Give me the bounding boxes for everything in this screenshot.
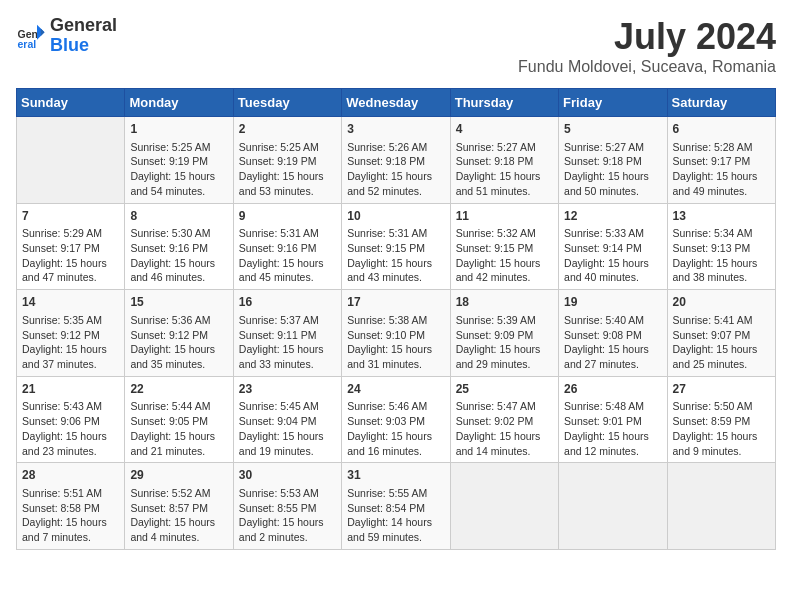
calendar-cell: 11Sunrise: 5:32 AM Sunset: 9:15 PM Dayli… — [450, 203, 558, 290]
day-info: Sunrise: 5:47 AM Sunset: 9:02 PM Dayligh… — [456, 399, 553, 458]
day-number: 29 — [130, 467, 227, 484]
day-number: 17 — [347, 294, 444, 311]
page-header: Gen eral General Blue July 2024 Fundu Mo… — [16, 16, 776, 76]
day-info: Sunrise: 5:31 AM Sunset: 9:15 PM Dayligh… — [347, 226, 444, 285]
calendar-week-row: 21Sunrise: 5:43 AM Sunset: 9:06 PM Dayli… — [17, 376, 776, 463]
day-info: Sunrise: 5:50 AM Sunset: 8:59 PM Dayligh… — [673, 399, 770, 458]
day-number: 9 — [239, 208, 336, 225]
calendar-cell: 9Sunrise: 5:31 AM Sunset: 9:16 PM Daylig… — [233, 203, 341, 290]
calendar-cell: 17Sunrise: 5:38 AM Sunset: 9:10 PM Dayli… — [342, 290, 450, 377]
calendar-cell: 13Sunrise: 5:34 AM Sunset: 9:13 PM Dayli… — [667, 203, 775, 290]
calendar-week-row: 7Sunrise: 5:29 AM Sunset: 9:17 PM Daylig… — [17, 203, 776, 290]
calendar-cell: 23Sunrise: 5:45 AM Sunset: 9:04 PM Dayli… — [233, 376, 341, 463]
day-number: 30 — [239, 467, 336, 484]
calendar-cell — [667, 463, 775, 550]
weekday-header-thursday: Thursday — [450, 89, 558, 117]
day-number: 10 — [347, 208, 444, 225]
calendar-cell: 26Sunrise: 5:48 AM Sunset: 9:01 PM Dayli… — [559, 376, 667, 463]
day-info: Sunrise: 5:52 AM Sunset: 8:57 PM Dayligh… — [130, 486, 227, 545]
calendar-cell: 1Sunrise: 5:25 AM Sunset: 9:19 PM Daylig… — [125, 117, 233, 204]
weekday-header-tuesday: Tuesday — [233, 89, 341, 117]
calendar-week-row: 1Sunrise: 5:25 AM Sunset: 9:19 PM Daylig… — [17, 117, 776, 204]
day-number: 7 — [22, 208, 119, 225]
day-number: 26 — [564, 381, 661, 398]
day-number: 2 — [239, 121, 336, 138]
calendar-week-row: 28Sunrise: 5:51 AM Sunset: 8:58 PM Dayli… — [17, 463, 776, 550]
logo-blue: Blue — [50, 35, 89, 55]
day-number: 21 — [22, 381, 119, 398]
day-info: Sunrise: 5:46 AM Sunset: 9:03 PM Dayligh… — [347, 399, 444, 458]
calendar-cell: 20Sunrise: 5:41 AM Sunset: 9:07 PM Dayli… — [667, 290, 775, 377]
calendar-cell — [17, 117, 125, 204]
calendar-cell: 19Sunrise: 5:40 AM Sunset: 9:08 PM Dayli… — [559, 290, 667, 377]
calendar-cell: 10Sunrise: 5:31 AM Sunset: 9:15 PM Dayli… — [342, 203, 450, 290]
day-number: 15 — [130, 294, 227, 311]
calendar-cell: 28Sunrise: 5:51 AM Sunset: 8:58 PM Dayli… — [17, 463, 125, 550]
day-info: Sunrise: 5:33 AM Sunset: 9:14 PM Dayligh… — [564, 226, 661, 285]
calendar-cell — [450, 463, 558, 550]
day-number: 20 — [673, 294, 770, 311]
day-info: Sunrise: 5:32 AM Sunset: 9:15 PM Dayligh… — [456, 226, 553, 285]
day-number: 4 — [456, 121, 553, 138]
calendar-cell: 15Sunrise: 5:36 AM Sunset: 9:12 PM Dayli… — [125, 290, 233, 377]
day-info: Sunrise: 5:27 AM Sunset: 9:18 PM Dayligh… — [564, 140, 661, 199]
calendar-cell: 16Sunrise: 5:37 AM Sunset: 9:11 PM Dayli… — [233, 290, 341, 377]
calendar-cell: 5Sunrise: 5:27 AM Sunset: 9:18 PM Daylig… — [559, 117, 667, 204]
calendar-cell: 25Sunrise: 5:47 AM Sunset: 9:02 PM Dayli… — [450, 376, 558, 463]
calendar-cell: 29Sunrise: 5:52 AM Sunset: 8:57 PM Dayli… — [125, 463, 233, 550]
logo: Gen eral General Blue — [16, 16, 117, 56]
day-number: 1 — [130, 121, 227, 138]
calendar-cell: 7Sunrise: 5:29 AM Sunset: 9:17 PM Daylig… — [17, 203, 125, 290]
calendar-cell: 21Sunrise: 5:43 AM Sunset: 9:06 PM Dayli… — [17, 376, 125, 463]
logo-general: General — [50, 15, 117, 35]
day-info: Sunrise: 5:31 AM Sunset: 9:16 PM Dayligh… — [239, 226, 336, 285]
day-number: 13 — [673, 208, 770, 225]
day-number: 23 — [239, 381, 336, 398]
day-number: 6 — [673, 121, 770, 138]
day-number: 11 — [456, 208, 553, 225]
calendar-cell: 4Sunrise: 5:27 AM Sunset: 9:18 PM Daylig… — [450, 117, 558, 204]
day-info: Sunrise: 5:44 AM Sunset: 9:05 PM Dayligh… — [130, 399, 227, 458]
day-number: 25 — [456, 381, 553, 398]
svg-text:eral: eral — [18, 38, 37, 50]
day-number: 14 — [22, 294, 119, 311]
day-info: Sunrise: 5:45 AM Sunset: 9:04 PM Dayligh… — [239, 399, 336, 458]
calendar-cell: 31Sunrise: 5:55 AM Sunset: 8:54 PM Dayli… — [342, 463, 450, 550]
calendar-cell: 27Sunrise: 5:50 AM Sunset: 8:59 PM Dayli… — [667, 376, 775, 463]
day-number: 22 — [130, 381, 227, 398]
weekday-header-wednesday: Wednesday — [342, 89, 450, 117]
day-number: 27 — [673, 381, 770, 398]
day-info: Sunrise: 5:27 AM Sunset: 9:18 PM Dayligh… — [456, 140, 553, 199]
calendar-cell: 18Sunrise: 5:39 AM Sunset: 9:09 PM Dayli… — [450, 290, 558, 377]
day-info: Sunrise: 5:37 AM Sunset: 9:11 PM Dayligh… — [239, 313, 336, 372]
day-info: Sunrise: 5:30 AM Sunset: 9:16 PM Dayligh… — [130, 226, 227, 285]
day-number: 12 — [564, 208, 661, 225]
weekday-header-friday: Friday — [559, 89, 667, 117]
calendar-cell: 24Sunrise: 5:46 AM Sunset: 9:03 PM Dayli… — [342, 376, 450, 463]
day-info: Sunrise: 5:48 AM Sunset: 9:01 PM Dayligh… — [564, 399, 661, 458]
weekday-header-row: SundayMondayTuesdayWednesdayThursdayFrid… — [17, 89, 776, 117]
calendar-cell: 3Sunrise: 5:26 AM Sunset: 9:18 PM Daylig… — [342, 117, 450, 204]
day-info: Sunrise: 5:55 AM Sunset: 8:54 PM Dayligh… — [347, 486, 444, 545]
day-info: Sunrise: 5:34 AM Sunset: 9:13 PM Dayligh… — [673, 226, 770, 285]
calendar-cell: 6Sunrise: 5:28 AM Sunset: 9:17 PM Daylig… — [667, 117, 775, 204]
location: Fundu Moldovei, Suceava, Romania — [518, 58, 776, 76]
weekday-header-saturday: Saturday — [667, 89, 775, 117]
title-block: July 2024 Fundu Moldovei, Suceava, Roman… — [518, 16, 776, 76]
calendar-cell: 12Sunrise: 5:33 AM Sunset: 9:14 PM Dayli… — [559, 203, 667, 290]
day-number: 19 — [564, 294, 661, 311]
weekday-header-sunday: Sunday — [17, 89, 125, 117]
day-info: Sunrise: 5:41 AM Sunset: 9:07 PM Dayligh… — [673, 313, 770, 372]
month-year: July 2024 — [518, 16, 776, 58]
calendar-cell: 22Sunrise: 5:44 AM Sunset: 9:05 PM Dayli… — [125, 376, 233, 463]
calendar-week-row: 14Sunrise: 5:35 AM Sunset: 9:12 PM Dayli… — [17, 290, 776, 377]
weekday-header-monday: Monday — [125, 89, 233, 117]
day-info: Sunrise: 5:26 AM Sunset: 9:18 PM Dayligh… — [347, 140, 444, 199]
day-info: Sunrise: 5:39 AM Sunset: 9:09 PM Dayligh… — [456, 313, 553, 372]
day-number: 8 — [130, 208, 227, 225]
day-number: 24 — [347, 381, 444, 398]
day-number: 16 — [239, 294, 336, 311]
calendar-cell: 14Sunrise: 5:35 AM Sunset: 9:12 PM Dayli… — [17, 290, 125, 377]
day-info: Sunrise: 5:53 AM Sunset: 8:55 PM Dayligh… — [239, 486, 336, 545]
day-info: Sunrise: 5:35 AM Sunset: 9:12 PM Dayligh… — [22, 313, 119, 372]
